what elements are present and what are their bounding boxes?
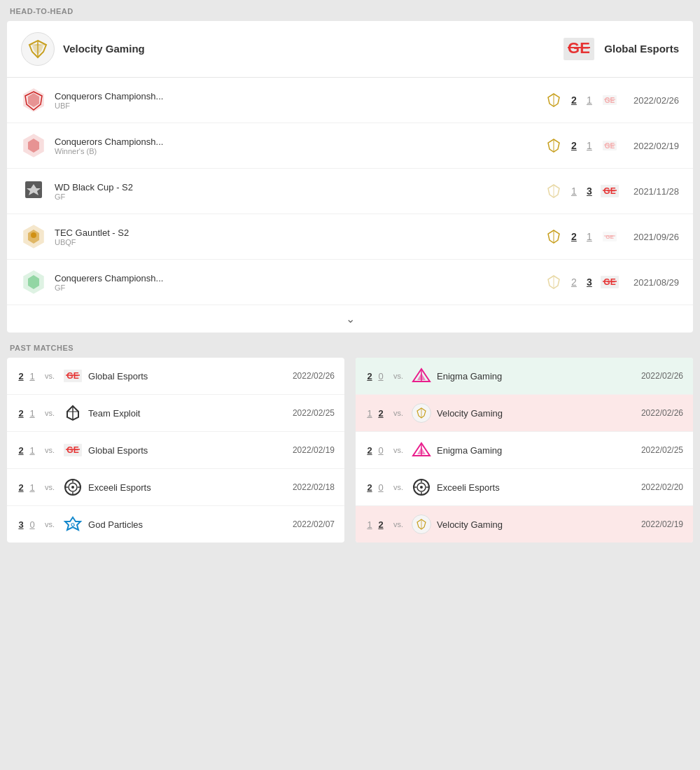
h2h-row: Conquerors Championsh... Winner's (B) 2 … [7, 123, 693, 169]
h2h-row: Conquerers Championsh... GF 2 3 GE 2021/… [7, 260, 693, 305]
past-match-row: 2 0 vs. Enigma Gaming 2022/02/26 [356, 358, 693, 395]
score-section-3: 1 3 GE [544, 181, 620, 201]
h2h-row: Conquerors Championsh... UBF 2 1 GE 2022… [7, 78, 693, 123]
h2h-row: WD Black Cup - S2 GF 1 3 GE 2021/11/28 [7, 169, 693, 214]
pm-date-2: 2022/02/25 [293, 408, 335, 418]
pm-logo-2 [63, 403, 83, 423]
tournament-stage-3: GF [55, 192, 530, 201]
pm-score-5: 3 0 [17, 519, 36, 530]
tournament-logo-2 [21, 133, 46, 158]
pm-vs-r4: vs. [393, 483, 403, 491]
tournament-info-1: Conquerors Championsh... UBF [55, 91, 530, 110]
past-match-row: 2 0 vs. Exceeli Esports 2022/02/20 [356, 469, 693, 506]
past-match-row: 1 2 vs. Velocity Gaming 2022/02/19 [356, 506, 693, 542]
pm-team-name-1: Global Esports [88, 371, 287, 382]
tournament-info-3: WD Black Cup - S2 GF [55, 182, 530, 201]
pm-score-r4: 2 0 [365, 482, 385, 493]
pm-team-name-3: Global Esports [88, 445, 287, 456]
past-match-row: 2 1 vs. GE Global Esports 2022/02/19 [7, 432, 344, 469]
pm-rs2-5: 2 [377, 519, 385, 530]
svg-text:G: G [71, 522, 75, 528]
score-left-logo-2 [544, 136, 564, 155]
match-date-1: 2022/02/26 [634, 95, 679, 106]
pm-rs1-3: 2 [365, 445, 374, 456]
tournament-logo-5 [21, 270, 46, 295]
tournament-info-2: Conquerors Championsh... Winner's (B) [55, 136, 530, 155]
pm-logo-5: G [63, 514, 83, 534]
score-left-logo-5 [544, 272, 564, 292]
match-date-4: 2021/09/26 [634, 232, 679, 242]
expand-button[interactable]: ⌄ [7, 305, 693, 332]
h2h-team-right: Global Esports GE [562, 36, 679, 62]
pm-date-r4: 2022/02/20 [641, 482, 683, 492]
pm-vs-r1: vs. [393, 372, 403, 380]
svg-point-72 [420, 486, 423, 489]
svg-point-31 [31, 232, 36, 238]
pm-team-name-r2: Velocity Gaming [437, 408, 636, 419]
pm-rs1-2: 1 [365, 408, 374, 419]
pm-team-name-2: Team Exploit [88, 408, 287, 419]
svg-text:GE: GE [603, 277, 615, 287]
svg-text:GE: GE [605, 142, 615, 150]
h2h-row: TEC Gauntlet - S2 UBQF 2 1 GE 2021/09/26 [7, 214, 693, 260]
pm-s2-4: 1 [28, 482, 36, 493]
pm-team-name-r4: Exceeli Esports [437, 482, 636, 493]
score-left-3: 1 [569, 186, 579, 197]
pm-team-name-4: Exceeli Esports [88, 482, 287, 493]
pm-rs1-1: 2 [365, 371, 374, 382]
score-left-logo-3 [544, 181, 564, 201]
pm-score-r5: 1 2 [365, 519, 385, 530]
pm-team-name-5: God Particles [88, 519, 287, 530]
tournament-logo-3 [21, 178, 46, 204]
score-right-3: 3 [584, 186, 594, 197]
pm-s1-3: 2 [17, 445, 25, 456]
pm-s1-5: 3 [17, 519, 25, 530]
pm-score-4: 2 1 [17, 482, 36, 493]
pm-s1-2: 2 [17, 408, 25, 419]
pm-score-3: 2 1 [17, 445, 36, 456]
pm-vs-1: vs. [45, 372, 55, 380]
pm-s1-4: 2 [17, 482, 25, 493]
pm-logo-r2 [412, 403, 431, 423]
pm-logo-r4 [412, 477, 431, 497]
pm-logo-1: GE [63, 366, 83, 386]
pm-rs2-4: 0 [377, 482, 385, 493]
score-left-logo-4 [544, 227, 564, 246]
pm-score-r3: 2 0 [365, 445, 385, 456]
h2h-header: Velocity Gaming Global Esports GE [7, 21, 693, 78]
score-left-logo-1 [544, 90, 564, 110]
pm-logo-4 [63, 477, 83, 497]
pm-vs-4: vs. [45, 483, 55, 491]
score-right-logo-2: GE [600, 136, 620, 155]
pm-date-r3: 2022/02/25 [641, 445, 683, 455]
pm-logo-r1 [412, 366, 431, 386]
chevron-down-icon: ⌄ [346, 312, 355, 326]
svg-text:GE: GE [66, 371, 78, 381]
tournament-stage-1: UBF [55, 102, 530, 110]
pm-score-r1: 2 0 [365, 371, 385, 382]
pm-team-name-r3: Enigma Gaming [437, 445, 636, 456]
pm-score-r2: 1 2 [365, 408, 385, 419]
past-matches-left: 2 1 vs. GE Global Esports 2022/02/26 2 1… [7, 358, 344, 542]
past-match-row: 2 1 vs. Exceeli Esports 2022/02/18 [7, 469, 344, 506]
pm-rs1-5: 1 [365, 519, 374, 530]
tournament-name-3: WD Black Cup - S2 [55, 182, 530, 192]
tournament-info-4: TEC Gauntlet - S2 UBQF [55, 227, 530, 246]
score-right-logo-5: GE [600, 272, 620, 292]
pm-s2-3: 1 [28, 445, 36, 456]
past-match-row: 2 0 vs. Enigma Gaming 2022/02/25 [356, 432, 693, 469]
pm-date-r2: 2022/02/26 [641, 408, 683, 418]
pm-team-name-r1: Enigma Gaming [437, 371, 636, 382]
pm-s2-2: 1 [28, 408, 36, 419]
tournament-name-2: Conquerors Championsh... [55, 136, 530, 147]
svg-text:GE: GE [605, 97, 615, 104]
svg-text:GE: GE [66, 445, 78, 455]
pm-score-1: 2 1 [17, 371, 36, 382]
pm-date-r5: 2022/02/19 [641, 519, 683, 529]
pm-rs2-2: 2 [377, 408, 385, 419]
pm-score-2: 2 1 [17, 408, 36, 419]
h2h-section-label: HEAD-TO-HEAD [7, 7, 693, 15]
score-left-5: 2 [569, 276, 579, 288]
pm-vs-3: vs. [45, 446, 55, 454]
pm-vs-r5: vs. [393, 520, 403, 528]
